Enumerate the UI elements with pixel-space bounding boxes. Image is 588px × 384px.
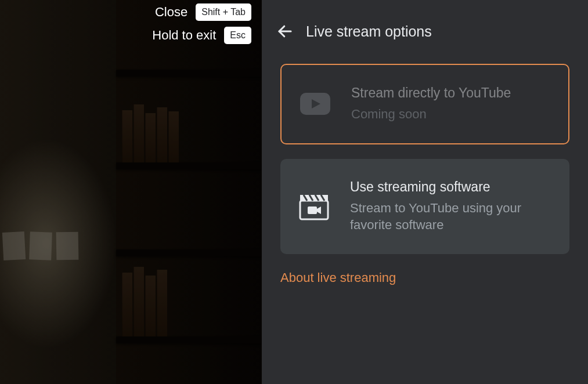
option-youtube-title: Stream directly to YouTube <box>351 85 511 101</box>
back-button[interactable] <box>276 22 294 41</box>
svg-rect-3 <box>308 207 317 214</box>
clapperboard-camera-icon <box>299 193 329 220</box>
exit-hints: Close Shift + Tab Hold to exit Esc <box>152 3 251 44</box>
exit-hint-row: Hold to exit Esc <box>152 27 251 44</box>
option-software-title: Use streaming software <box>350 179 551 195</box>
youtube-icon <box>300 90 330 118</box>
exit-key-badge: Esc <box>224 27 251 44</box>
game-background-panel: Close Shift + Tab Hold to exit Esc <box>0 0 262 384</box>
options-panel: Live stream options Stream directly to Y… <box>262 0 588 384</box>
close-label: Close <box>155 5 187 20</box>
panel-header: Live stream options <box>262 0 588 41</box>
option-cards: Stream directly to YouTube Coming soon U… <box>262 41 588 254</box>
option-software-subtitle: Stream to YouTube using your favorite so… <box>350 200 551 234</box>
option-youtube-text: Stream directly to YouTube Coming soon <box>351 85 511 123</box>
dim-overlay <box>0 0 262 384</box>
close-key-badge: Shift + Tab <box>196 3 251 21</box>
option-youtube-subtitle: Coming soon <box>351 106 511 123</box>
option-youtube-direct[interactable]: Stream directly to YouTube Coming soon <box>280 64 569 144</box>
about-live-streaming-link[interactable]: About live streaming <box>280 270 396 285</box>
page-title: Live stream options <box>306 23 432 40</box>
close-hint-row: Close Shift + Tab <box>152 3 251 21</box>
option-software-text: Use streaming software Stream to YouTube… <box>350 179 551 234</box>
option-streaming-software[interactable]: Use streaming software Stream to YouTube… <box>280 159 569 254</box>
exit-label: Hold to exit <box>152 28 216 43</box>
arrow-back-icon <box>276 23 294 40</box>
